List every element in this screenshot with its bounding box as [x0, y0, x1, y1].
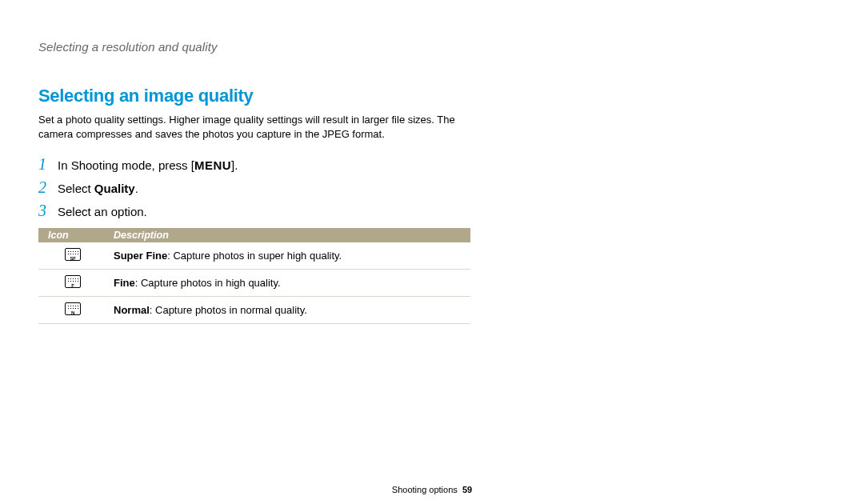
step-number: 2 [38, 178, 54, 197]
table-row: N Normal: Capture photos in normal quali… [38, 297, 470, 324]
table-row: SF Super Fine: Capture photos in super h… [38, 242, 470, 270]
fine-quality-icon: F [65, 275, 81, 288]
document-page: Selecting a resolution and quality Selec… [0, 0, 864, 504]
steps-list: 1 In Shooting mode, press [MENU]. 2 Sele… [38, 155, 826, 220]
section-heading: Selecting an image quality [38, 86, 826, 106]
option-desc: : Capture photos in high quality. [135, 277, 281, 289]
cell-description: Fine: Capture photos in high quality. [104, 270, 470, 297]
option-desc: : Capture photos in super high quality. [167, 250, 342, 262]
quality-options-table: Icon Description SF Super Fine: Capture … [38, 228, 470, 324]
intro-paragraph: Set a photo quality settings. Higher ima… [38, 113, 470, 141]
text-fragment: In Shooting mode, press [ [58, 158, 194, 172]
step-text: In Shooting mode, press [MENU]. [58, 158, 238, 172]
normal-quality-icon: N [65, 302, 81, 315]
breadcrumb: Selecting a resolution and quality [38, 40, 826, 54]
bold-term: Quality [94, 182, 135, 195]
icon-label: N [71, 310, 74, 315]
text-fragment: ]. [231, 158, 238, 172]
super-fine-quality-icon: SF [65, 248, 81, 261]
option-name: Fine [114, 277, 135, 289]
step-3: 3 Select an option. [38, 202, 826, 220]
step-text: Select an option. [58, 205, 147, 218]
step-2: 2 Select Quality. [38, 178, 826, 197]
cell-icon: F [38, 270, 104, 297]
table-header-row: Icon Description [38, 228, 470, 242]
option-desc: : Capture photos in normal quality. [150, 304, 307, 316]
column-header-description: Description [104, 228, 470, 242]
step-number: 1 [38, 155, 54, 174]
cell-icon: SF [38, 242, 104, 270]
text-fragment: Select [58, 182, 94, 195]
text-fragment: . [135, 182, 138, 195]
page-number: 59 [462, 485, 472, 494]
cell-icon: N [38, 297, 104, 324]
page-footer: Shooting options 59 [0, 485, 864, 494]
option-name: Super Fine [114, 250, 167, 262]
menu-label: MENU [194, 158, 231, 172]
column-header-icon: Icon [38, 228, 104, 242]
cell-description: Super Fine: Capture photos in super high… [104, 242, 470, 270]
table-row: F Fine: Capture photos in high quality. [38, 270, 470, 297]
step-1: 1 In Shooting mode, press [MENU]. [38, 155, 826, 174]
step-text: Select Quality. [58, 182, 138, 195]
icon-label: F [71, 283, 74, 288]
option-name: Normal [114, 304, 150, 316]
step-number: 3 [38, 202, 54, 220]
icon-label: SF [70, 256, 75, 261]
cell-description: Normal: Capture photos in normal quality… [104, 297, 470, 324]
footer-section: Shooting options [392, 485, 458, 494]
